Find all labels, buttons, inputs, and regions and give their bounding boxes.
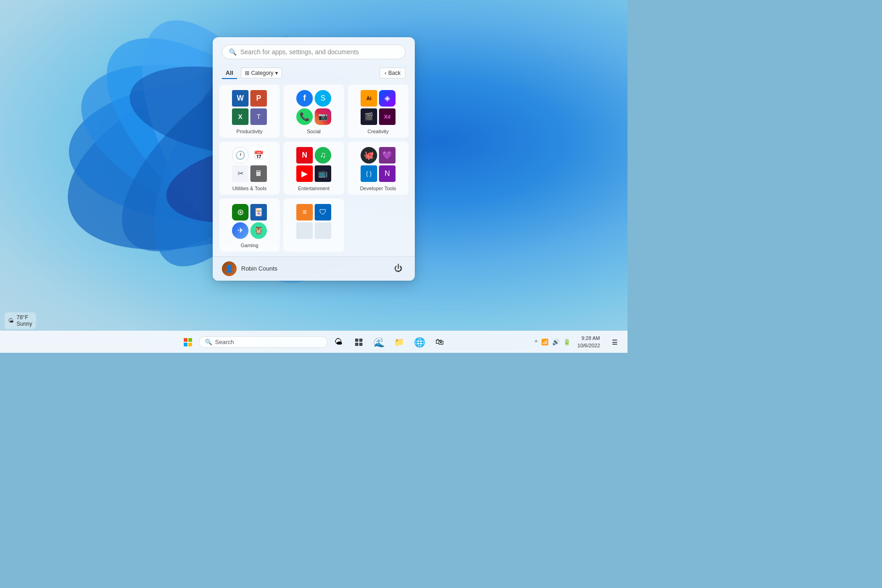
category-gaming[interactable]: ⊛ 🃏 ✈ 🦉 Gaming	[219, 198, 280, 252]
xd-icon: Xd	[379, 108, 396, 125]
gaming-icons: ⊛ 🃏 ✈ 🦉	[232, 204, 267, 239]
weather-icon: 🌤	[8, 317, 14, 324]
category-utilities[interactable]: 🕐 📅 ✂ 🖩 Utilities & Tools	[219, 141, 280, 195]
developer-label: Developer Tools	[360, 186, 396, 191]
teams-icon: T	[250, 108, 267, 125]
entertainment-icons: N ♫ ▶ 📺	[296, 147, 331, 182]
spotify-icon: ♫	[315, 147, 331, 164]
calendar-icon: 📅	[250, 147, 267, 164]
category-security[interactable]: ≡ 🛡	[283, 198, 344, 252]
vscode-purple-icon: 💜	[379, 147, 396, 164]
taskbar: 🔍 Search 🌤 🌊 📁 🌐 🛍 ^ 📶 🔊 �	[0, 331, 628, 353]
start-search-area: 🔍	[213, 37, 415, 64]
netflix-icon: N	[296, 147, 313, 164]
weather-condition: Sunny	[17, 321, 32, 327]
taskbar-search-icon: 🔍	[205, 339, 212, 345]
vscode-blue-icon: { }	[361, 165, 377, 182]
svg-rect-9	[184, 338, 187, 342]
weather-widget: 🌤 78°F Sunny	[5, 312, 36, 329]
calculator-icon: 🖩	[250, 165, 267, 182]
filter-bar: All ⊞ Category ▾ ‹ Back	[213, 64, 415, 83]
security-icons: ≡ 🛡	[296, 204, 331, 239]
placeholder-icon1	[296, 222, 313, 239]
start-search-input[interactable]	[240, 48, 399, 56]
category-entertainment[interactable]: N ♫ ▶ 📺 Entertainment	[283, 141, 344, 195]
chevron-icon[interactable]: ^	[533, 337, 539, 347]
entertainment-label: Entertainment	[298, 186, 329, 191]
onenote-icon: N	[379, 165, 396, 182]
filter-all[interactable]: All	[222, 68, 237, 79]
utilities-icons: 🕐 📅 ✂ 🖩	[232, 147, 267, 182]
browser-button[interactable]: 🌐	[410, 333, 429, 351]
start-search-input-wrapper[interactable]: 🔍	[222, 45, 406, 59]
systray-icons: ^ 📶 🔊 🔋	[533, 337, 572, 347]
facebook-icon: f	[296, 90, 313, 107]
svg-rect-15	[355, 343, 358, 346]
creativity-icons: Ai ◈ 🎬 Xd	[361, 90, 396, 125]
productivity-icons: W P X T	[232, 90, 267, 125]
clock-date: 10/6/2022	[577, 342, 600, 349]
store-button[interactable]: 🛍	[430, 333, 449, 351]
framer-icon: ◈	[379, 90, 396, 107]
category-developer[interactable]: 🐙 💜 { } N Developer Tools	[348, 141, 408, 195]
snipping-icon: ✂	[232, 165, 249, 182]
category-social[interactable]: f S 📞 📷 Social	[283, 85, 344, 138]
youtube-icon: ▶	[296, 165, 313, 182]
excel-icon: X	[232, 108, 249, 125]
widgets-button[interactable]: 🌤	[329, 333, 348, 351]
utilities-label: Utilities & Tools	[232, 186, 266, 191]
apps-grid: W P X T Productivity f S 📞 📷 Social Ai ◈…	[213, 83, 415, 256]
clock-time: 9:28 AM	[582, 335, 600, 342]
back-label: Back	[388, 70, 401, 76]
movies-icon: 📺	[315, 165, 331, 182]
taskbar-clock[interactable]: 9:28 AM 10/6/2022	[574, 335, 604, 349]
sound-icon[interactable]: 🔊	[551, 337, 561, 347]
svg-rect-13	[355, 339, 358, 342]
network-icon[interactable]: 📶	[540, 337, 550, 347]
solitaire-icon: 🃏	[250, 204, 267, 220]
power-button[interactable]: ⏻	[391, 261, 406, 276]
taskbar-center: 🔍 Search 🌤 🌊 📁 🌐 🛍	[179, 333, 449, 351]
weather-temperature: 78°F	[17, 314, 32, 321]
taskbar-right: ^ 📶 🔊 🔋 9:28 AM 10/6/2022 ☰	[533, 333, 624, 351]
whatsapp-icon: 📞	[296, 108, 313, 125]
social-icons: f S 📞 📷	[296, 90, 331, 125]
creativity-label: Creativity	[368, 129, 389, 134]
claquette-icon: 🎬	[361, 108, 377, 125]
productivity-label: Productivity	[237, 129, 263, 134]
word-icon: W	[232, 90, 249, 107]
grid-icon: ⊞	[245, 70, 249, 76]
svg-rect-16	[359, 343, 362, 346]
clock-icon: 🕐	[232, 147, 249, 164]
placeholder-icon2	[315, 222, 331, 239]
xbox-icon: ⊛	[232, 204, 249, 220]
user-info[interactable]: 👤 Robin Counts	[222, 261, 277, 276]
taskbar-search-bar[interactable]: 🔍 Search	[199, 336, 328, 348]
powerpoint-icon: P	[250, 90, 267, 107]
travel-icon: ✈	[232, 222, 249, 239]
developer-icons: 🐙 💜 { } N	[361, 147, 396, 182]
category-creativity[interactable]: Ai ◈ 🎬 Xd Creativity	[348, 85, 408, 138]
gaming-label: Gaming	[241, 243, 259, 248]
edge-button[interactable]: 🌊	[370, 333, 388, 351]
battery-icon[interactable]: 🔋	[562, 337, 572, 347]
svg-rect-10	[188, 338, 192, 342]
start-footer: 👤 Robin Counts ⏻	[213, 256, 415, 281]
back-button[interactable]: ‹ Back	[379, 68, 406, 79]
notification-button[interactable]: ☰	[605, 333, 624, 351]
social-label: Social	[307, 129, 321, 134]
illustrator-icon: Ai	[361, 90, 377, 107]
file-explorer-button[interactable]: 📁	[390, 333, 408, 351]
svg-rect-14	[359, 339, 362, 342]
github-icon: 🐙	[361, 147, 377, 164]
filter-category-button[interactable]: ⊞ Category ▾	[241, 68, 283, 79]
power-icon: ⏻	[394, 264, 402, 273]
category-label: Category	[251, 70, 274, 76]
task-view-button[interactable]	[350, 333, 368, 351]
start-button[interactable]	[179, 333, 197, 351]
stackoverflow-icon: ≡	[296, 204, 313, 220]
svg-rect-11	[184, 343, 187, 346]
category-productivity[interactable]: W P X T Productivity	[219, 85, 280, 138]
filter-left: All ⊞ Category ▾	[222, 68, 282, 79]
tripadvisor-icon: 🦉	[250, 222, 267, 239]
